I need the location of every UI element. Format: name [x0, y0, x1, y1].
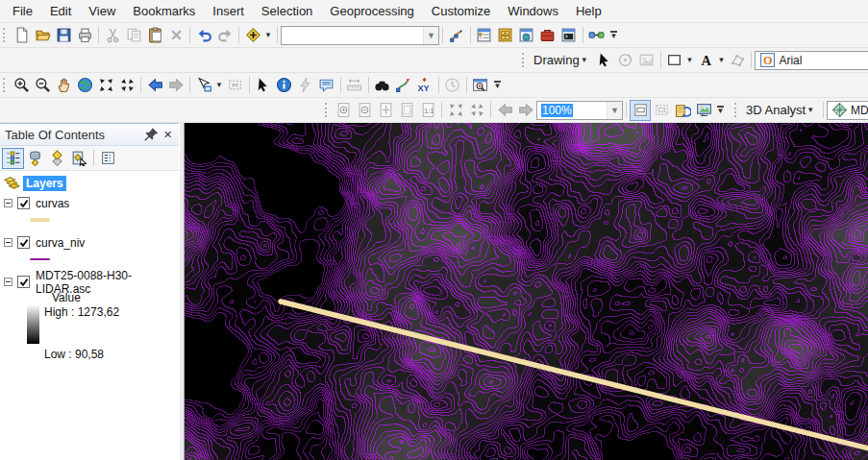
- editor-sketch-button[interactable]: [446, 25, 467, 46]
- full-extent-icon: [77, 77, 93, 93]
- search-window-button[interactable]: [516, 25, 537, 46]
- back-extent-button[interactable]: [144, 75, 165, 96]
- separator: [470, 27, 471, 43]
- chevron-down-icon[interactable]: ▼: [423, 27, 438, 44]
- menu-selection[interactable]: Selection: [253, 1, 321, 21]
- data-driven-pages-button[interactable]: [672, 100, 693, 121]
- layer-symbol-row[interactable]: [0, 212, 179, 228]
- line-symbol-swatch[interactable]: [30, 258, 50, 260]
- layer-checkbox[interactable]: [17, 236, 30, 249]
- list-by-source-button[interactable]: [24, 148, 46, 169]
- html-popup-button[interactable]: [316, 75, 337, 96]
- map-canvas[interactable]: [185, 123, 868, 460]
- auto-hide-pin-button[interactable]: [143, 127, 160, 143]
- shape-button[interactable]: [664, 50, 685, 71]
- text-dropdown[interactable]: ▼: [718, 56, 726, 64]
- go-to-xy-icon: XY: [416, 77, 433, 93]
- toolbar-grip[interactable]: [3, 78, 6, 92]
- map-scale-combobox[interactable]: ▼: [281, 26, 439, 45]
- layer-row-curva-niv[interactable]: curva_niv: [0, 233, 179, 252]
- close-panel-button[interactable]: ✕: [160, 127, 176, 143]
- font-combobox[interactable]: O Arial: [755, 51, 868, 70]
- arctoolbox-button[interactable]: [537, 25, 558, 46]
- layer-row-mdt[interactable]: MDT25-0088-H30-LIDAR.asc: [0, 273, 179, 291]
- find-route-button[interactable]: [393, 75, 414, 96]
- toolbar-grip[interactable]: [522, 53, 525, 67]
- chevron-down-icon[interactable]: ▼: [607, 102, 622, 119]
- table-of-contents-window-button[interactable]: [474, 25, 495, 46]
- add-data-button[interactable]: [242, 25, 263, 46]
- collapse-expander[interactable]: [4, 278, 12, 286]
- page-zoom-value[interactable]: 100%: [541, 104, 573, 117]
- menu-help[interactable]: Help: [567, 1, 610, 21]
- find-button[interactable]: [372, 75, 393, 96]
- menu-bookmarks[interactable]: Bookmarks: [124, 1, 204, 21]
- fixed-zoom-out-button[interactable]: [116, 75, 137, 96]
- new-text-button[interactable]: A: [696, 50, 717, 71]
- go-to-xy-button[interactable]: XY: [414, 75, 435, 96]
- select-elements-button[interactable]: [594, 50, 615, 71]
- toolbar-overflow-button[interactable]: ▼: [608, 25, 620, 46]
- data-driven-preview-button[interactable]: [693, 100, 714, 121]
- collapse-expander[interactable]: [4, 238, 12, 247]
- layer-label[interactable]: curvas: [36, 197, 69, 210]
- fixed-zoom-in-button[interactable]: [95, 75, 116, 96]
- toolbar-grip[interactable]: [734, 103, 737, 117]
- toolbar-overflow-button[interactable]: ▼: [491, 75, 504, 96]
- shape-dropdown[interactable]: ▼: [686, 56, 694, 64]
- menu-geoprocessing[interactable]: Geoprocessing: [321, 1, 422, 21]
- print-button[interactable]: [74, 25, 95, 46]
- zoom-out-button[interactable]: [32, 75, 53, 96]
- zoom-in-button[interactable]: [11, 75, 32, 96]
- menu-customize[interactable]: Customize: [423, 1, 499, 21]
- menu-windows[interactable]: Windows: [499, 1, 567, 21]
- map-view[interactable]: [185, 123, 868, 460]
- open-button[interactable]: [32, 25, 53, 46]
- page-zoom-combobox[interactable]: 100% ▼: [536, 101, 623, 120]
- toc-options-button[interactable]: [97, 148, 119, 169]
- analyst-layer-combobox[interactable]: MDT25-0088: [827, 101, 868, 120]
- add-data-dropdown[interactable]: ▼: [264, 31, 272, 39]
- layer-symbol-row[interactable]: [0, 252, 179, 267]
- select-features-button[interactable]: [193, 75, 214, 96]
- modelbuilder-button[interactable]: [586, 25, 608, 46]
- layers-group-label[interactable]: Layers: [23, 176, 66, 191]
- font-combo-value[interactable]: O Arial: [756, 52, 868, 68]
- separator: [249, 77, 250, 93]
- layer-checkbox[interactable]: [17, 276, 30, 288]
- layer-checkbox[interactable]: [17, 197, 30, 209]
- create-viewer-window-button[interactable]: [470, 75, 491, 96]
- menu-insert[interactable]: Insert: [204, 1, 253, 21]
- paste-button[interactable]: [144, 25, 165, 46]
- list-by-selection-button[interactable]: [68, 148, 90, 169]
- select-elements-button[interactable]: [253, 75, 274, 96]
- analyst-menu-button[interactable]: 3D Analyst ▼: [742, 101, 820, 119]
- separator: [98, 27, 99, 43]
- collapse-expander[interactable]: [4, 199, 12, 207]
- identify-button[interactable]: [274, 75, 295, 96]
- layer-row-curvas[interactable]: curvas: [0, 194, 179, 212]
- python-window-button[interactable]: [558, 25, 580, 46]
- undo-button[interactable]: [193, 25, 214, 46]
- menu-file[interactable]: File: [4, 1, 41, 21]
- new-document-button[interactable]: [11, 25, 32, 46]
- line-symbol-swatch[interactable]: [30, 218, 50, 222]
- menu-view[interactable]: View: [80, 1, 124, 21]
- toolbar-grip[interactable]: [3, 28, 6, 42]
- save-button[interactable]: [53, 25, 74, 46]
- menu-edit[interactable]: Edit: [41, 1, 80, 21]
- chevron-down-icon: ▼: [806, 106, 814, 114]
- clear-selection-icon: [227, 77, 243, 93]
- full-extent-button[interactable]: [74, 75, 95, 96]
- list-by-visibility-button[interactable]: [46, 148, 68, 169]
- list-by-drawing-order-button[interactable]: [2, 148, 24, 169]
- toolbar-grip[interactable]: [325, 103, 328, 117]
- pan-button[interactable]: [53, 75, 74, 96]
- toolbar-overflow-button[interactable]: ▼: [714, 100, 727, 121]
- drawing-menu-button[interactable]: Drawing ▼: [530, 51, 594, 69]
- catalog-window-button[interactable]: [495, 25, 516, 46]
- toggle-draft-mode-button[interactable]: [630, 100, 651, 121]
- layers-group-row[interactable]: Layers: [0, 174, 179, 192]
- select-features-dropdown[interactable]: ▼: [215, 81, 223, 89]
- layer-label[interactable]: curva_niv: [36, 236, 85, 250]
